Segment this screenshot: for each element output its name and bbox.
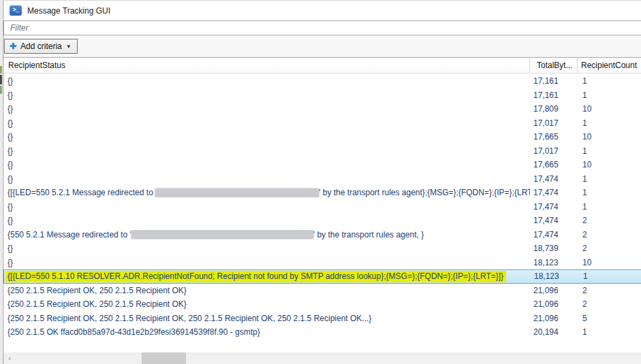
scroll-left-button[interactable]: ‹ xyxy=(3,352,16,364)
cell-recipientcount: 1 xyxy=(578,146,641,156)
table-row[interactable]: {}17,0171 xyxy=(3,116,641,131)
cell-recipientstatus: {} xyxy=(3,174,530,184)
cell-recipientcount: 10 xyxy=(578,258,641,267)
results-grid: RecipientStatus TotalByt... RecipientCou… xyxy=(3,57,641,364)
title-bar: >_ Message Tracking GUI xyxy=(3,1,641,20)
cell-recipientstatus: {} xyxy=(3,104,530,114)
cell-totalbytes: 17,474 xyxy=(530,202,578,212)
cell-recipientstatus: {} xyxy=(3,146,530,156)
cell-recipientcount: 1 xyxy=(578,202,641,212)
cell-totalbytes: 21,096 xyxy=(530,286,578,295)
chevron-down-icon: ▼ xyxy=(66,44,72,50)
cell-recipientcount: 10 xyxy=(578,160,641,169)
cell-recipientcount: 2 xyxy=(578,286,641,295)
cell-totalbytes: 18,123 xyxy=(531,271,578,281)
column-header-recipientstatus[interactable]: RecipientStatus xyxy=(3,58,530,73)
cell-recipientcount: 1 xyxy=(578,271,641,281)
cell-totalbytes: 17,474 xyxy=(530,174,578,184)
criteria-toolbar: ✚ Add criteria ▼ xyxy=(3,35,641,57)
cell-totalbytes: 18,123 xyxy=(530,258,578,267)
cell-totalbytes: 17,809 xyxy=(530,104,578,114)
table-row[interactable]: {}17,4741 xyxy=(3,200,641,214)
cell-recipientstatus: {[{LED=550 5.1.10 RESOLVER.ADR.Recipient… xyxy=(4,271,531,282)
filter-input[interactable] xyxy=(3,20,641,35)
plus-icon: ✚ xyxy=(10,42,16,51)
cell-recipientcount: 10 xyxy=(578,104,641,114)
cell-recipientcount: 2 xyxy=(578,299,641,309)
table-row[interactable]: {}17,1611 xyxy=(3,88,641,103)
highlighted-status-text: {[{LED=550 5.1.10 RESOLVER.ADR.Recipient… xyxy=(5,271,506,282)
table-row[interactable]: {}18,7392 xyxy=(3,242,641,256)
cell-recipientstatus: {250 2.1.5 OK ffacd0b85a97d-43d1e2b29fes… xyxy=(3,327,530,337)
cell-totalbytes: 17,161 xyxy=(530,76,578,86)
screen: >_ Message Tracking GUI ✚ Add criteria ▼… xyxy=(0,0,641,364)
table-row[interactable]: {}17,80910 xyxy=(3,102,641,116)
cell-recipientstatus: {} xyxy=(3,76,530,86)
table-row[interactable]: {550 5.2.1 Message redirected to '' by t… xyxy=(3,228,641,242)
cell-recipientcount: 10 xyxy=(578,132,641,142)
cell-recipientstatus: {} xyxy=(3,216,530,225)
column-header-totalbytes[interactable]: TotalByt... xyxy=(530,58,578,73)
cell-recipientcount: 2 xyxy=(578,216,641,225)
cell-recipientstatus: {} xyxy=(3,244,530,253)
table-row[interactable]: {}17,1611 xyxy=(3,74,641,88)
table-row[interactable]: {250 2.1.5 Recipient OK, 250 2.1.5 Recip… xyxy=(3,284,641,298)
grid-header: RecipientStatus TotalByt... RecipientCou… xyxy=(3,58,641,73)
background-decoration xyxy=(0,75,2,84)
cell-recipientstatus: {} xyxy=(3,90,530,100)
cell-recipientcount: 1 xyxy=(578,188,641,197)
cell-totalbytes: 20,194 xyxy=(530,327,578,337)
add-criteria-label: Add criteria xyxy=(20,42,62,51)
cell-totalbytes: 18,739 xyxy=(530,244,578,253)
table-row[interactable]: {}17,66510 xyxy=(3,158,641,172)
cell-totalbytes: 17,665 xyxy=(530,160,578,169)
cell-recipientstatus: {} xyxy=(3,202,530,212)
table-row[interactable]: {250 2.1.5 OK ffacd0b85a97d-43d1e2b29fes… xyxy=(3,325,641,340)
table-row[interactable]: {250 2.1.5 Recipient OK, 250 2.1.5 Recip… xyxy=(3,312,641,326)
cell-recipientstatus: {250 2.1.5 Recipient OK, 250 2.1.5 Recip… xyxy=(3,286,530,295)
table-row[interactable]: {}17,66510 xyxy=(3,130,641,144)
window-title: Message Tracking GUI xyxy=(27,6,110,16)
background-decoration xyxy=(0,86,2,94)
cell-totalbytes: 21,096 xyxy=(530,299,578,309)
table-row[interactable]: {}17,0171 xyxy=(3,144,641,159)
powershell-icon: >_ xyxy=(10,5,22,16)
background-window-border xyxy=(1,0,1,364)
cell-recipientcount: 5 xyxy=(578,314,641,323)
cell-recipientstatus: {550 5.2.1 Message redirected to '' by t… xyxy=(3,230,530,239)
cell-totalbytes: 17,665 xyxy=(530,132,578,142)
cell-recipientcount: 1 xyxy=(578,76,641,86)
cell-recipientstatus: {[{LED=550 5.2.1 Message redirected to '… xyxy=(3,188,530,197)
cell-recipientstatus: {} xyxy=(3,258,530,267)
cell-recipientcount: 1 xyxy=(578,90,641,100)
table-row[interactable]: {[{LED=550 5.2.1 Message redirected to '… xyxy=(3,186,641,200)
cell-totalbytes: 17,017 xyxy=(530,146,578,156)
cell-totalbytes: 17,161 xyxy=(530,90,578,100)
cell-recipientstatus: {} xyxy=(3,132,530,142)
horizontal-scrollbar[interactable]: ‹ xyxy=(3,352,641,364)
cell-recipientcount: 1 xyxy=(578,118,641,128)
cell-recipientstatus: {} xyxy=(3,160,530,169)
cell-recipientcount: 1 xyxy=(578,174,641,184)
cell-totalbytes: 17,474 xyxy=(530,188,578,197)
column-header-recipientcount[interactable]: RecipientCount xyxy=(578,58,641,73)
cell-recipientstatus: {250 2.1.5 Recipient OK, 250 2.1.5 Recip… xyxy=(3,314,530,323)
table-row[interactable]: {[{LED=550 5.1.10 RESOLVER.ADR.Recipient… xyxy=(3,269,641,284)
redacted-text xyxy=(155,188,319,197)
cell-totalbytes: 17,474 xyxy=(530,216,578,225)
grid-rows: {}17,1611{}17,1611{}17,80910{}17,0171{}1… xyxy=(3,74,641,340)
table-row[interactable]: {}18,12310 xyxy=(3,256,641,270)
cell-recipientcount: 2 xyxy=(578,230,641,239)
cell-recipientstatus: {250 2.1.5 Recipient OK, 250 2.1.5 Recip… xyxy=(3,299,530,309)
cell-recipientcount: 1 xyxy=(578,327,641,337)
table-row[interactable]: {250 2.1.5 Recipient OK, 250 2.1.5 Recip… xyxy=(3,297,641,312)
background-decoration xyxy=(0,66,2,73)
table-row[interactable]: {}17,4741 xyxy=(3,172,641,186)
scrollbar-thumb[interactable] xyxy=(142,352,186,364)
cell-totalbytes: 21,096 xyxy=(530,314,578,323)
message-tracking-window: >_ Message Tracking GUI ✚ Add criteria ▼… xyxy=(3,0,641,364)
cell-totalbytes: 17,017 xyxy=(530,118,578,128)
add-criteria-button[interactable]: ✚ Add criteria ▼ xyxy=(4,39,78,54)
table-row[interactable]: {}17,4742 xyxy=(3,214,641,228)
cell-totalbytes: 17,474 xyxy=(530,230,578,239)
